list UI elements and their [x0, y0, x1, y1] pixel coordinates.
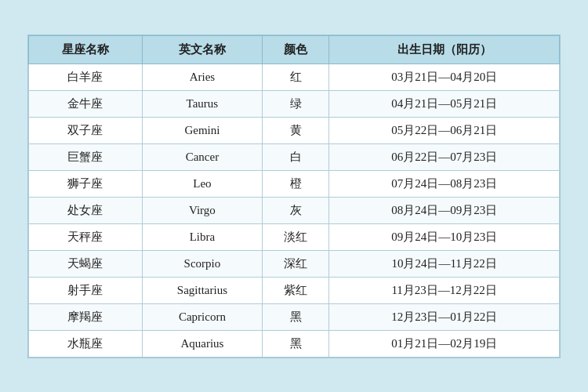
table-row: 摩羯座Capricorn黑12月23日—01月22日 [29, 303, 560, 330]
zodiac-color: 深红 [262, 250, 328, 277]
zodiac-english-name: Cancer [142, 143, 262, 170]
zodiac-color: 橙 [262, 170, 328, 197]
table-row: 水瓶座Aquarius黑01月21日—02月19日 [29, 330, 560, 357]
table-row: 金牛座Taurus绿04月21日—05月21日 [29, 90, 560, 117]
zodiac-date-range: 03月21日—04月20日 [329, 64, 560, 90]
zodiac-chinese-name: 狮子座 [29, 170, 143, 197]
zodiac-color: 黑 [262, 303, 328, 330]
zodiac-chinese-name: 摩羯座 [29, 303, 143, 330]
table-row: 天蝎座Scorpio深红10月24日—11月22日 [29, 250, 560, 277]
table-row: 射手座Sagittarius紫红11月23日—12月22日 [29, 277, 560, 303]
zodiac-english-name: Libra [142, 223, 262, 250]
zodiac-chinese-name: 白羊座 [29, 64, 143, 90]
zodiac-english-name: Scorpio [142, 250, 262, 277]
zodiac-chinese-name: 天秤座 [29, 223, 143, 250]
zodiac-english-name: Virgo [142, 197, 262, 223]
zodiac-english-name: Capricorn [142, 303, 262, 330]
table-header-row: 星座名称英文名称颜色出生日期（阳历） [29, 35, 560, 64]
table-row: 狮子座Leo橙07月24日—08月23日 [29, 170, 560, 197]
zodiac-chinese-name: 巨蟹座 [29, 143, 143, 170]
zodiac-date-range: 06月22日—07月23日 [329, 143, 560, 170]
table-row: 天秤座Libra淡红09月24日—10月23日 [29, 223, 560, 250]
column-header: 颜色 [262, 35, 328, 64]
zodiac-english-name: Taurus [142, 90, 262, 117]
zodiac-color: 淡红 [262, 223, 328, 250]
zodiac-color: 黄 [262, 117, 328, 143]
column-header: 出生日期（阳历） [329, 35, 560, 64]
zodiac-chinese-name: 天蝎座 [29, 250, 143, 277]
zodiac-date-range: 05月22日—06月21日 [329, 117, 560, 143]
zodiac-table-container: 星座名称英文名称颜色出生日期（阳历） 白羊座Aries红03月21日—04月20… [27, 34, 561, 358]
zodiac-english-name: Gemini [142, 117, 262, 143]
zodiac-chinese-name: 金牛座 [29, 90, 143, 117]
table-row: 白羊座Aries红03月21日—04月20日 [29, 64, 560, 90]
zodiac-date-range: 01月21日—02月19日 [329, 330, 560, 357]
table-row: 巨蟹座Cancer白06月22日—07月23日 [29, 143, 560, 170]
zodiac-chinese-name: 射手座 [29, 277, 143, 303]
zodiac-color: 红 [262, 64, 328, 90]
zodiac-english-name: Sagittarius [142, 277, 262, 303]
zodiac-english-name: Aries [142, 64, 262, 90]
zodiac-date-range: 09月24日—10月23日 [329, 223, 560, 250]
zodiac-color: 绿 [262, 90, 328, 117]
zodiac-date-range: 11月23日—12月22日 [329, 277, 560, 303]
zodiac-date-range: 07月24日—08月23日 [329, 170, 560, 197]
zodiac-date-range: 10月24日—11月22日 [329, 250, 560, 277]
zodiac-date-range: 12月23日—01月22日 [329, 303, 560, 330]
zodiac-color: 黑 [262, 330, 328, 357]
zodiac-chinese-name: 处女座 [29, 197, 143, 223]
table-row: 处女座Virgo灰08月24日—09月23日 [29, 197, 560, 223]
zodiac-table: 星座名称英文名称颜色出生日期（阳历） 白羊座Aries红03月21日—04月20… [28, 35, 560, 358]
zodiac-english-name: Leo [142, 170, 262, 197]
zodiac-color: 紫红 [262, 277, 328, 303]
zodiac-date-range: 08月24日—09月23日 [329, 197, 560, 223]
zodiac-chinese-name: 水瓶座 [29, 330, 143, 357]
zodiac-color: 灰 [262, 197, 328, 223]
table-body: 白羊座Aries红03月21日—04月20日金牛座Taurus绿04月21日—0… [29, 64, 560, 357]
column-header: 英文名称 [142, 35, 262, 64]
column-header: 星座名称 [29, 35, 143, 64]
zodiac-date-range: 04月21日—05月21日 [329, 90, 560, 117]
table-row: 双子座Gemini黄05月22日—06月21日 [29, 117, 560, 143]
zodiac-color: 白 [262, 143, 328, 170]
zodiac-chinese-name: 双子座 [29, 117, 143, 143]
zodiac-english-name: Aquarius [142, 330, 262, 357]
